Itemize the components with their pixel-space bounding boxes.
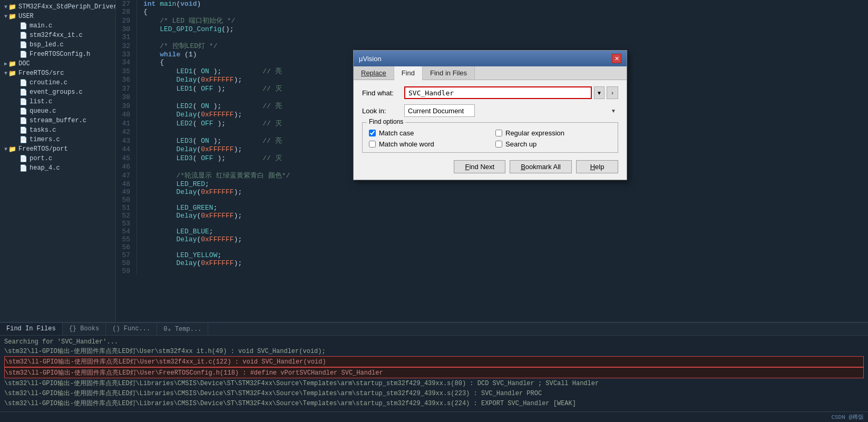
option-regular-expression[interactable]: Regular expression [495, 129, 611, 137]
line-number: 31 [116, 33, 137, 41]
sidebar-item[interactable]: 📄tasks.c [0, 125, 115, 135]
sidebar-item[interactable]: ▶📁DOC [0, 59, 115, 68]
result-line[interactable]: \stm32\ll-GPIO输出-使用固件库点亮LED灯\Libraries\C… [4, 388, 864, 398]
code-line: 56 [116, 243, 868, 251]
result-line[interactable]: Searching for 'SVC_Handler'... [4, 338, 864, 346]
search-up-label: Search up [505, 140, 537, 148]
look-in-row: Look in: Current Document All Open Docum… [362, 104, 618, 117]
line-content: LED_GPIO_Config(); [137, 25, 868, 33]
expand-placeholder [11, 79, 18, 86]
tab-replace[interactable]: Replace [354, 66, 394, 80]
look-in-select[interactable]: Current Document All Open Documents Proj… [404, 104, 475, 117]
tree-item-label: stm32f4xx_it.c [30, 32, 83, 39]
sidebar-item[interactable]: 📄port.c [0, 154, 115, 163]
find-dialog[interactable]: µVision ✕ Replace Find Find in Files Fin… [353, 50, 627, 180]
look-in-label: Look in: [362, 107, 404, 115]
code-line: 58 Delay(0xFFFFFF); [116, 259, 868, 267]
tab-books[interactable]: {} Books [63, 323, 106, 335]
line-number: 38 [116, 93, 137, 101]
tree-item-label: DOC [18, 60, 30, 67]
sidebar-item[interactable]: ▼📁FreeRTOS/src [0, 68, 115, 78]
line-number: 32 [116, 41, 137, 51]
sidebar-item[interactable]: 📄bsp_led.c [0, 40, 115, 50]
option-search-up[interactable]: Search up [495, 140, 611, 148]
find-what-arrow[interactable]: › [607, 86, 618, 99]
line-number: 52 [116, 212, 137, 220]
line-number: 53 [116, 220, 137, 228]
folder-icon: 📁 [8, 145, 16, 153]
tab-temp[interactable]: 0ₐ Temp... [157, 323, 208, 335]
find-what-label: Find what: [362, 89, 404, 97]
sidebar-item[interactable]: 📄heap_4.c [0, 163, 115, 173]
sidebar-item[interactable]: ▼📁STM32F4xx_StdPeriph_Driver [0, 2, 115, 12]
sidebar-item[interactable]: 📄croutine.c [0, 78, 115, 87]
code-line: 49 Delay(0xFFFFFF); [116, 188, 868, 196]
sidebar-item[interactable]: 📄main.c [0, 21, 115, 31]
option-match-case[interactable]: Match case [369, 129, 485, 137]
sidebar-item[interactable]: ▼📁USER [0, 12, 115, 21]
sidebar-item[interactable]: 📄event_groups.c [0, 87, 115, 97]
help-button[interactable]: Help [576, 160, 618, 173]
result-line[interactable]: \stm32\ll-GPIO输出-使用固件库点亮LED灯\Libraries\C… [4, 378, 864, 388]
result-line[interactable]: \stm32\ll-GPIO输出-使用固件库点亮LED灯\User\stm32f… [4, 356, 864, 367]
code-line: 54 LED_BLUE; [116, 228, 868, 235]
line-content: Delay(0xFFFFFF); [137, 259, 868, 267]
tree-item-label: croutine.c [30, 79, 67, 86]
whole-word-checkbox[interactable] [369, 141, 376, 148]
dialog-close-button[interactable]: ✕ [612, 54, 621, 63]
file-icon: 📄 [19, 164, 27, 172]
expand-placeholder [11, 126, 18, 134]
tab-find[interactable]: Find [394, 66, 423, 80]
line-content: LED_GREEN; [137, 204, 868, 212]
tree-item-label: heap_4.c [30, 164, 60, 172]
code-line: 50 [116, 196, 868, 204]
dialog-buttons: Find Next Bookmark All Help [362, 160, 618, 173]
regex-checkbox[interactable] [495, 130, 502, 136]
line-content: Delay(0xFFFFFF); [137, 235, 868, 243]
tab-find-in-files-dialog[interactable]: Find in Files [423, 66, 475, 80]
tree-item-label: STM32F4xx_StdPeriph_Driver [18, 3, 116, 11]
regex-label: Regular expression [505, 129, 564, 137]
tab-find-in-files[interactable]: Find In Files [0, 323, 63, 335]
sidebar-item[interactable]: 📄FreeRTOSConfig.h [0, 50, 115, 59]
file-icon: 📄 [19, 22, 27, 30]
dialog-title: µVision [359, 55, 382, 63]
sidebar[interactable]: ▼📁STM32F4xx_StdPeriph_Driver▼📁USER📄main.… [0, 0, 116, 322]
tree-item-label: FreeRTOS/src [18, 70, 64, 77]
result-line[interactable]: \stm32\ll-GPIO输出-使用固件库点亮LED灯\User\FreeRT… [4, 367, 864, 378]
look-in-select-wrap: Current Document All Open Documents Proj… [404, 104, 618, 117]
option-match-whole-word[interactable]: Match whole word [369, 140, 485, 148]
options-grid: Match case Regular expression Match whol… [369, 129, 611, 148]
sidebar-item[interactable]: 📄queue.c [0, 106, 115, 116]
sidebar-item[interactable]: ▼📁FreeRTOS/port [0, 144, 115, 154]
line-number: 28 [116, 8, 137, 16]
find-next-button[interactable]: Find Next [454, 160, 505, 173]
tree-item-label: timers.c [30, 136, 60, 143]
line-content [137, 196, 868, 204]
result-line[interactable]: \stm32\ll-GPIO输出-使用固件库点亮LED灯\Libraries\C… [4, 398, 864, 408]
tree-item-label: list.c [30, 98, 52, 105]
result-line[interactable]: \stm32\ll-GPIO输出-使用固件库点亮LED灯\User\stm32f… [4, 346, 864, 356]
line-content: int main(void) [137, 0, 868, 8]
line-content [137, 220, 868, 228]
bookmark-all-button[interactable]: Bookmark All [510, 160, 572, 173]
match-case-checkbox[interactable] [369, 130, 376, 136]
find-what-input[interactable] [404, 86, 592, 99]
line-number: 57 [116, 251, 137, 259]
line-content: { [137, 8, 868, 16]
code-line: 48 LED_RED; [116, 180, 868, 188]
bottom-content: Searching for 'SVC_Handler'...\stm32\ll-… [0, 336, 868, 411]
file-icon: 📄 [19, 51, 27, 58]
sidebar-item[interactable]: 📄timers.c [0, 135, 115, 144]
sidebar-item[interactable]: 📄list.c [0, 97, 115, 106]
tab-func[interactable]: () Func... [106, 323, 157, 335]
sidebar-item[interactable]: 📄stream_buffer.c [0, 116, 115, 125]
expand-placeholder [11, 136, 18, 143]
find-what-dropdown[interactable]: ▼ [594, 86, 604, 99]
search-up-checkbox[interactable] [495, 141, 502, 148]
line-content: LED_BLUE; [137, 228, 868, 235]
sidebar-item[interactable]: 📄stm32f4xx_it.c [0, 31, 115, 40]
match-case-label: Match case [379, 129, 414, 137]
file-icon: 📄 [19, 155, 27, 162]
line-content [137, 243, 868, 251]
